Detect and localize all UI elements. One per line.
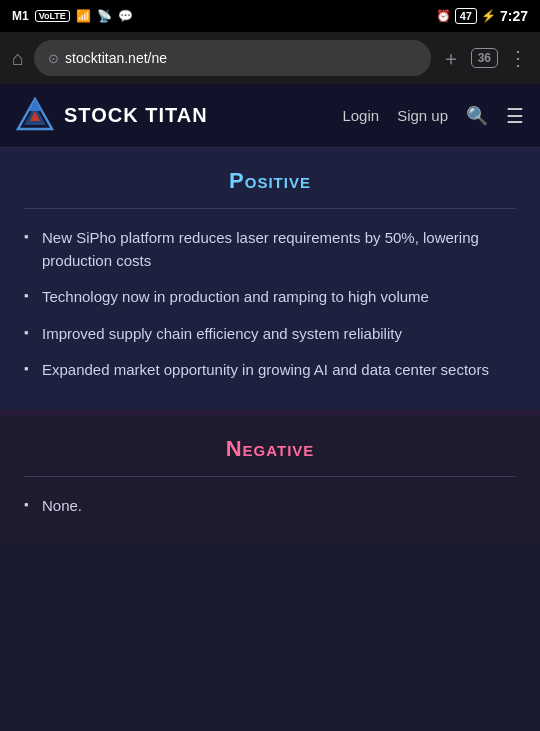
hamburger-menu-icon[interactable]: ☰ bbox=[506, 104, 524, 128]
add-tab-button[interactable]: ＋ bbox=[441, 45, 461, 72]
wifi-icon: 📡 bbox=[97, 9, 112, 23]
negative-title: Negative bbox=[24, 436, 516, 462]
url-text: stocktitan.net/ne bbox=[65, 50, 417, 66]
list-item: None. bbox=[24, 495, 516, 518]
url-bar[interactable]: ⊙ stocktitan.net/ne bbox=[34, 40, 431, 76]
list-item: Technology now in production and ramping… bbox=[24, 286, 516, 309]
site-header: STOCK TITAN Login Sign up 🔍 ☰ bbox=[0, 84, 540, 148]
positive-title: Positive bbox=[24, 168, 516, 194]
positive-bullets: New SiPho platform reduces laser require… bbox=[24, 227, 516, 382]
header-nav: Login Sign up 🔍 ☰ bbox=[342, 104, 524, 128]
status-right: ⏰ 47 ⚡ 7:27 bbox=[436, 8, 528, 24]
main-content: Positive New SiPho platform reduces lase… bbox=[0, 148, 540, 545]
login-link[interactable]: Login bbox=[342, 107, 379, 124]
signal-icon: 📶 bbox=[76, 9, 91, 23]
browser-actions: ＋ 36 ⋮ bbox=[441, 45, 528, 72]
logo-area: STOCK TITAN bbox=[16, 97, 342, 135]
logo-icon bbox=[16, 97, 54, 135]
time-display: 7:27 bbox=[500, 8, 528, 24]
status-bar: M1 VoLTE 📶 📡 💬 ⏰ 47 ⚡ 7:27 bbox=[0, 0, 540, 32]
list-item: New SiPho platform reduces laser require… bbox=[24, 227, 516, 272]
carrier-label: M1 bbox=[12, 9, 29, 23]
browser-chrome: ⌂ ⊙ stocktitan.net/ne ＋ 36 ⋮ bbox=[0, 32, 540, 84]
negative-bullets: None. bbox=[24, 495, 516, 518]
tab-count-badge[interactable]: 36 bbox=[471, 48, 498, 68]
charging-icon: ⚡ bbox=[481, 9, 496, 23]
whatsapp-icon: 💬 bbox=[118, 9, 133, 23]
list-item: Expanded market opportunity in growing A… bbox=[24, 359, 516, 382]
negative-section: Negative None. bbox=[0, 410, 540, 546]
battery-indicator: 47 bbox=[455, 8, 477, 24]
positive-divider bbox=[24, 208, 516, 209]
list-item: Improved supply chain efficiency and sys… bbox=[24, 323, 516, 346]
site-info-icon: ⊙ bbox=[48, 51, 59, 66]
signup-link[interactable]: Sign up bbox=[397, 107, 448, 124]
search-icon[interactable]: 🔍 bbox=[466, 105, 488, 127]
home-icon[interactable]: ⌂ bbox=[12, 47, 24, 70]
negative-divider bbox=[24, 476, 516, 477]
volte-badge: VoLTE bbox=[35, 10, 70, 22]
more-menu-button[interactable]: ⋮ bbox=[508, 46, 528, 70]
site-title: STOCK TITAN bbox=[64, 104, 208, 127]
status-carrier: M1 VoLTE 📶 📡 💬 bbox=[12, 9, 133, 23]
positive-section: Positive New SiPho platform reduces lase… bbox=[0, 148, 540, 410]
alarm-icon: ⏰ bbox=[436, 9, 451, 23]
